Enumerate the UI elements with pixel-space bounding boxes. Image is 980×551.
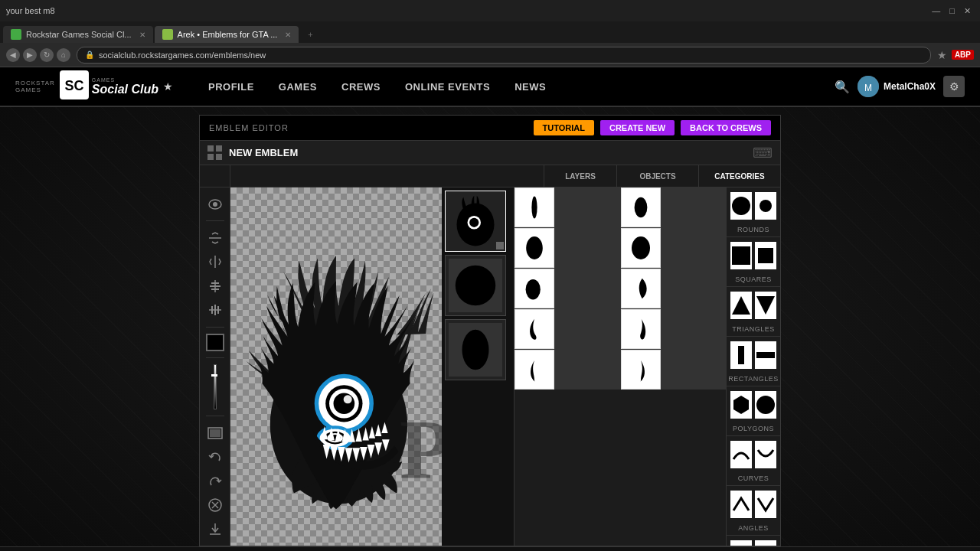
shape-curve-down[interactable]: [755, 441, 776, 468]
shape-triangle-up[interactable]: [730, 292, 752, 319]
emblem-name-bar: NEW EMBLEM ⌨: [200, 141, 780, 165]
layer-item-2[interactable]: [445, 255, 506, 316]
forward-btn[interactable]: ▶: [23, 48, 37, 62]
download-tool[interactable]: [204, 519, 226, 540]
navbar: ROCKSTARGAMES SC Games Social Club ★: [0, 67, 980, 107]
bookmark-icon[interactable]: ★: [937, 49, 947, 61]
svg-point-63: [531, 197, 537, 219]
tab-1[interactable]: Rockstar Games Social Cl... ✕: [3, 26, 153, 43]
canvas[interactable]: P: [230, 187, 442, 546]
svg-marker-72: [732, 296, 750, 315]
cat-angles-label: ANGLES: [727, 523, 780, 535]
svg-point-69: [760, 200, 772, 212]
cat-angles-items: [727, 486, 780, 523]
reload-btn[interactable]: ↻: [40, 48, 54, 62]
svg-rect-70: [732, 246, 750, 265]
svg-point-68: [732, 197, 750, 215]
tab-1-close[interactable]: ✕: [139, 31, 145, 39]
minimize-btn[interactable]: —: [929, 6, 943, 16]
address-input[interactable]: 🔒 socialclub.rockstargames.com/emblems/n…: [77, 47, 931, 64]
categories-header[interactable]: CATEGORIES: [699, 165, 780, 187]
object-oval-thin[interactable]: [514, 187, 554, 227]
cat-perspective-items: [727, 536, 780, 546]
tool-divider-1: [206, 220, 224, 221]
shape-circle-large[interactable]: [730, 192, 752, 220]
object-oval-medium[interactable]: [621, 187, 661, 227]
shape-perspective-l[interactable]: [730, 540, 752, 546]
opacity-slider[interactable]: [214, 364, 217, 409]
nav-games[interactable]: GAMES: [266, 67, 329, 106]
shape-square-outline[interactable]: [755, 242, 776, 269]
search-icon[interactable]: 🔍: [835, 80, 850, 94]
object-leaf-r[interactable]: [621, 269, 661, 308]
create-new-button[interactable]: CREATE NEW: [600, 120, 675, 135]
shape-curve-up[interactable]: [730, 441, 752, 468]
tutorial-button[interactable]: TUTORIAL: [534, 120, 594, 135]
svg-point-29: [344, 395, 352, 403]
cat-squares-label: SQUARES: [727, 274, 780, 286]
delete-tool[interactable]: [204, 494, 226, 515]
nav-news[interactable]: NEWS: [502, 67, 558, 106]
shape-triangle-down[interactable]: [755, 292, 776, 319]
svg-rect-14: [214, 305, 216, 315]
tab-1-favicon: [11, 29, 21, 40]
object-oval-large-r[interactable]: [621, 228, 661, 268]
shape-angle-r[interactable]: [755, 491, 776, 518]
tab-new[interactable]: +: [300, 26, 320, 43]
svg-point-58: [469, 218, 479, 227]
object-drop-r[interactable]: [621, 350, 661, 390]
objects-header[interactable]: OBJECTS: [617, 165, 699, 187]
keyboard-icon[interactable]: ⌨: [753, 145, 773, 161]
logo-area: ROCKSTARGAMES SC Games Social Club ★: [15, 70, 173, 103]
page: ROCKSTARGAMES SC Games Social Club ★: [0, 67, 980, 551]
nav-online-events[interactable]: ONLINE EVENTS: [393, 67, 502, 106]
shape-square-filled[interactable]: [730, 242, 752, 269]
canvas-border-tool[interactable]: [204, 422, 226, 443]
layer-item-1[interactable]: [445, 191, 506, 252]
tab-bar: Rockstar Games Social Cl... ✕ Arek • Emb…: [0, 21, 980, 43]
shape-angle-l[interactable]: [730, 491, 752, 518]
object-teardrop-l[interactable]: [514, 309, 554, 349]
shape-polygon-circle[interactable]: [755, 391, 776, 419]
home-btn[interactable]: ⌂: [57, 48, 70, 62]
shape-rect-tall[interactable]: [730, 341, 752, 369]
editor-box: EMBLEM EDITOR TUTORIAL CREATE NEW BACK T…: [199, 115, 781, 546]
tab-2[interactable]: Arek • Emblems for GTA ... ✕: [155, 26, 299, 43]
maximize-btn[interactable]: □: [946, 6, 958, 16]
tab-2-close[interactable]: ✕: [285, 31, 291, 39]
align-bottom-tool[interactable]: [204, 299, 226, 320]
cat-curves: CURVES: [727, 436, 780, 486]
close-btn[interactable]: ✕: [961, 6, 974, 16]
back-to-crews-button[interactable]: BACK TO CREWS: [681, 120, 771, 135]
cat-curves-items: [727, 436, 780, 473]
object-drop-l[interactable]: [514, 350, 554, 390]
shape-polygon-hex[interactable]: [730, 391, 752, 419]
svg-rect-75: [756, 352, 775, 358]
layers-header[interactable]: LAYERS: [544, 165, 617, 187]
shape-circle-small[interactable]: [755, 192, 776, 220]
editor-header: EMBLEM EDITOR TUTORIAL CREATE NEW BACK T…: [200, 116, 780, 141]
titlebar: your best m8 — □ ✕: [0, 0, 980, 21]
shape-rect-wide[interactable]: [755, 341, 776, 369]
grid-icon[interactable]: [207, 145, 223, 161]
color-swatch[interactable]: [206, 334, 224, 352]
cat-perspective: PERSPECTIVE: [727, 536, 780, 546]
visibility-tool[interactable]: [204, 194, 226, 214]
undo-tool[interactable]: [204, 446, 226, 467]
settings-icon[interactable]: ⚙: [943, 76, 965, 97]
object-oval-large-l[interactable]: [514, 228, 554, 268]
svg-point-5: [213, 202, 217, 207]
nav-profile[interactable]: PROFILE: [196, 67, 266, 106]
shape-perspective-r[interactable]: [755, 540, 776, 546]
object-teardrop-r[interactable]: [621, 309, 661, 349]
back-btn[interactable]: ◀: [6, 48, 20, 62]
object-egg-l[interactable]: [514, 269, 554, 308]
layer-item-3[interactable]: [445, 319, 506, 380]
align-center-tool[interactable]: [204, 276, 226, 296]
flip-horizontal-tool[interactable]: [204, 252, 226, 272]
window-controls[interactable]: — □ ✕: [929, 6, 974, 16]
flip-vertical-tool[interactable]: [204, 227, 226, 248]
redo-tool[interactable]: [204, 471, 226, 491]
nav-crews[interactable]: CREWS: [329, 67, 393, 106]
canvas-spacer: [230, 165, 544, 187]
